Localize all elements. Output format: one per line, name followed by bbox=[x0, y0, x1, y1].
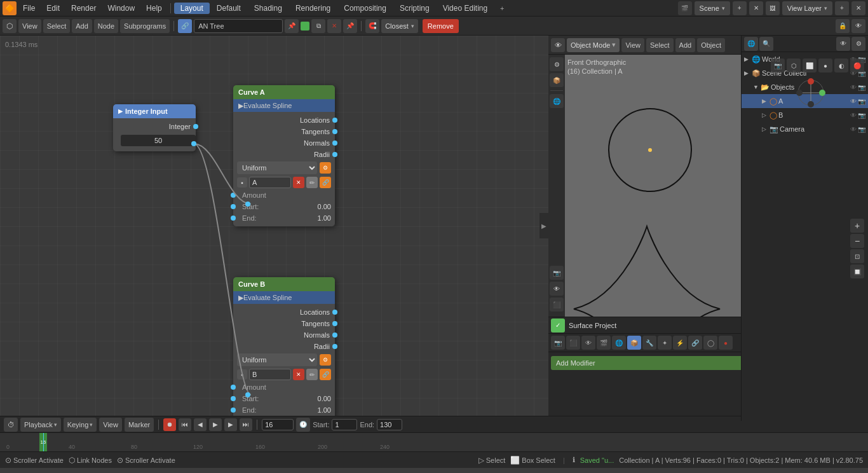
scene-tree-icon[interactable]: 🌐 bbox=[744, 37, 758, 51]
scene-remove-icon[interactable]: ✕ bbox=[749, 1, 763, 15]
b-render-icon[interactable]: 📷 bbox=[858, 112, 865, 119]
props-output-icon[interactable]: ⬛ bbox=[566, 336, 580, 350]
prev-frame-btn[interactable]: ◀ bbox=[194, 418, 207, 431]
props-object-icon[interactable]: 📦 bbox=[627, 336, 641, 350]
viewport-shading4-icon[interactable]: 🔴 bbox=[850, 58, 864, 72]
select-menu-btn[interactable]: Select bbox=[43, 19, 71, 33]
curve-a-edit-btn[interactable]: ✏ bbox=[306, 177, 318, 188]
a-vis-icon[interactable]: 👁 bbox=[850, 98, 857, 105]
props-scene-icon[interactable]: 🎬 bbox=[597, 336, 611, 350]
curve-a-delete-btn[interactable]: ✕ bbox=[293, 177, 304, 188]
curve-b-mode-icon-btn[interactable]: ⚙ bbox=[320, 354, 331, 366]
normals-socket[interactable] bbox=[332, 141, 337, 146]
b-radii-socket[interactable] bbox=[332, 344, 337, 349]
b-end-input-socket[interactable] bbox=[231, 408, 236, 413]
b-locations-socket[interactable] bbox=[332, 310, 337, 315]
props-physics-icon[interactable]: ⚡ bbox=[673, 336, 687, 350]
curve-b-mode-select[interactable]: Uniform bbox=[237, 353, 317, 366]
pin-icon[interactable]: 📌 bbox=[343, 19, 357, 33]
amount-input-socket[interactable] bbox=[231, 193, 236, 198]
editor-type-icon[interactable]: ⬡ bbox=[3, 19, 17, 33]
integer-output-socket[interactable] bbox=[193, 124, 198, 129]
curve-b-node[interactable]: Curve B ▶ Evaluate Spline Locations Tang… bbox=[233, 277, 335, 416]
sidebar-render-icon[interactable]: 📷 bbox=[550, 266, 564, 280]
props-data-icon[interactable]: ◯ bbox=[703, 336, 717, 350]
viewport-select-btn[interactable]: Select bbox=[646, 38, 674, 52]
tab-rendering[interactable]: Rendering bbox=[289, 3, 337, 14]
integer-value-field[interactable]: 50 bbox=[121, 135, 196, 146]
viewport-type-icon[interactable]: 👁 bbox=[551, 38, 565, 52]
props-particles-icon[interactable]: ✦ bbox=[658, 336, 672, 350]
view-menu-btn[interactable]: View bbox=[18, 19, 41, 33]
scene-view-icon[interactable]: 👁 bbox=[836, 37, 850, 51]
curve-b-link-btn[interactable]: 🔗 bbox=[320, 369, 331, 380]
node-menu-btn[interactable]: Node bbox=[94, 19, 118, 33]
scene-filter-icon[interactable]: 🔍 bbox=[759, 37, 773, 51]
view-lock-icon[interactable]: 🔒 bbox=[836, 19, 850, 33]
scene-sort-icon[interactable]: ⚙ bbox=[851, 37, 865, 51]
menu-file[interactable]: File bbox=[18, 3, 40, 14]
sidebar-props-icon[interactable]: ⚙ bbox=[550, 57, 564, 71]
curve-b-delete-btn[interactable]: ✕ bbox=[293, 369, 304, 380]
tab-layout[interactable]: Layout bbox=[174, 3, 210, 14]
remove-button[interactable]: Remove bbox=[423, 19, 459, 33]
curve-a-name-box[interactable]: A bbox=[249, 177, 291, 188]
add-workspace-button[interactable]: + bbox=[495, 1, 509, 15]
view-layer-icon[interactable]: 🖼 bbox=[766, 1, 780, 15]
scene-add-icon[interactable]: + bbox=[733, 1, 747, 15]
end-frame-input[interactable] bbox=[377, 419, 402, 430]
radii-socket[interactable] bbox=[332, 152, 337, 157]
view-btn[interactable]: View bbox=[99, 418, 122, 432]
keying-btn[interactable]: Keying ▾ bbox=[64, 418, 97, 432]
view-layer-add-icon[interactable]: + bbox=[835, 1, 849, 15]
current-frame-input[interactable]: 16 bbox=[262, 419, 294, 430]
fps-icon[interactable]: 🕐 bbox=[296, 418, 310, 432]
zoom-out-btn[interactable]: − bbox=[850, 234, 864, 248]
timeline-type-icon[interactable]: ⏱ bbox=[4, 418, 18, 432]
tab-scripting[interactable]: Scripting bbox=[393, 3, 436, 14]
view-layer-remove-icon[interactable]: ✕ bbox=[851, 1, 865, 15]
tree-name-input[interactable]: AN Tree bbox=[194, 19, 283, 33]
sidebar-obj-icon[interactable]: 📦 bbox=[550, 73, 564, 87]
tree-item-camera[interactable]: ▷ 📷 Camera 👁 📷 bbox=[742, 122, 868, 136]
scene-selector-icon[interactable]: 🎬 bbox=[678, 1, 692, 15]
cam-vis-icon[interactable]: 👁 bbox=[850, 126, 857, 133]
blender-icon[interactable]: 🔶 bbox=[3, 1, 17, 15]
zoom-fit-btn[interactable]: ⊡ bbox=[850, 249, 864, 263]
start-input-socket[interactable] bbox=[231, 204, 236, 209]
viewport-overlay-icon[interactable]: ⬡ bbox=[787, 58, 801, 72]
jump-end-btn[interactable]: ⏭ bbox=[240, 418, 252, 431]
b-normals-socket[interactable] bbox=[332, 332, 337, 338]
collapse-arrow[interactable]: ▶ bbox=[539, 213, 548, 238]
overlay-icon[interactable]: 👁 bbox=[851, 19, 865, 33]
objs-vis-icon[interactable]: 👁 bbox=[850, 84, 857, 91]
copy-icon[interactable]: ⧉ bbox=[311, 19, 325, 33]
curve-a-link-btn[interactable]: 🔗 bbox=[320, 177, 331, 188]
viewport-object-btn[interactable]: Object bbox=[697, 38, 725, 52]
node-tree-icon[interactable]: 🔗 bbox=[178, 19, 192, 33]
snap-toggle-icon[interactable]: 🧲 bbox=[365, 19, 379, 33]
props-constraints-icon[interactable]: 🔗 bbox=[688, 336, 702, 350]
next-frame-btn[interactable]: ▶ bbox=[224, 418, 237, 431]
curve-a-mode-icon-btn[interactable]: ⚙ bbox=[320, 162, 331, 174]
local-view-btn[interactable]: 🔲 bbox=[850, 264, 864, 278]
viewport-camera-icon[interactable]: 📷 bbox=[771, 58, 785, 72]
viewport-shading2-icon[interactable]: ● bbox=[818, 58, 832, 72]
menu-help[interactable]: Help bbox=[141, 3, 167, 14]
b-amount-input-socket[interactable] bbox=[231, 385, 236, 390]
playback-btn[interactable]: Playback ▾ bbox=[20, 418, 61, 432]
jump-start-btn[interactable]: ⏮ bbox=[179, 418, 191, 431]
cam-render-icon[interactable]: 📷 bbox=[858, 126, 865, 133]
curve-b-edit-btn[interactable]: ✏ bbox=[306, 369, 318, 380]
marker-btn[interactable]: Marker bbox=[125, 418, 154, 432]
menu-edit[interactable]: Edit bbox=[41, 3, 65, 14]
tab-default[interactable]: Default bbox=[210, 3, 247, 14]
add-menu-btn[interactable]: Add bbox=[72, 19, 92, 33]
props-world-icon[interactable]: 🌐 bbox=[612, 336, 626, 350]
tree-pin-icon[interactable]: 📌 bbox=[285, 19, 299, 33]
play-btn[interactable]: ▶ bbox=[209, 418, 222, 431]
delete-icon[interactable]: ✕ bbox=[327, 19, 341, 33]
props-view-icon[interactable]: 👁 bbox=[581, 336, 595, 350]
b-vis-icon[interactable]: 👁 bbox=[850, 112, 857, 119]
locations-socket[interactable] bbox=[332, 118, 337, 123]
